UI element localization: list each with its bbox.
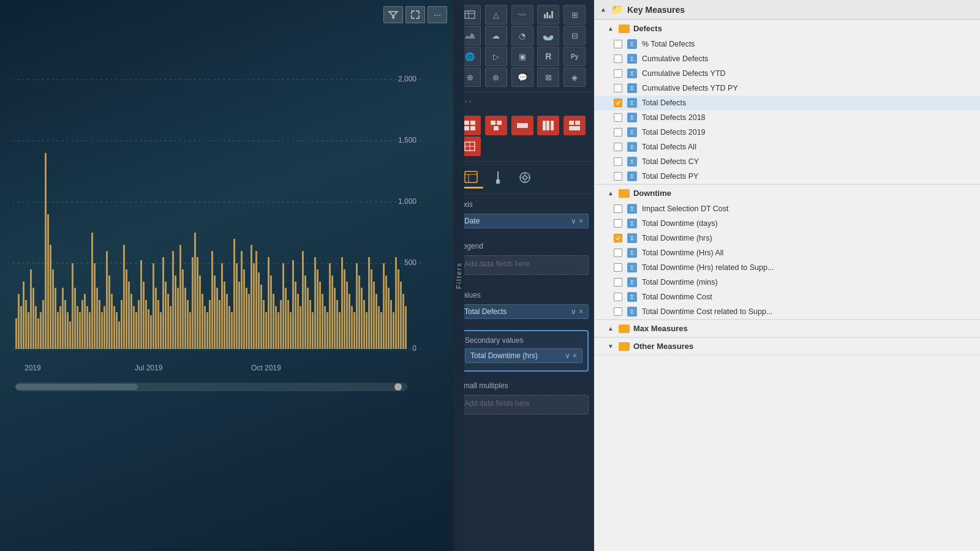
- colored-btn-3[interactable]: [511, 116, 533, 135]
- checkbox-total-downtime-hrs[interactable]: [614, 234, 622, 242]
- field-total-defects-all[interactable]: Σ Total Defects All: [594, 140, 980, 154]
- axis-remove-icon[interactable]: ×: [579, 217, 583, 225]
- checkbox-total-defects-2018[interactable]: [614, 113, 622, 122]
- field-total-downtime-hrs-supp[interactable]: Σ Total Downtime (Hrs) related to Supp..…: [594, 260, 980, 275]
- svg-rect-74: [172, 251, 174, 349]
- more-button[interactable]: ···: [428, 6, 447, 23]
- legend-section: Legend Add data fields here: [454, 236, 594, 285]
- field-pct-total-defects[interactable]: Σ % Total Defects: [594, 37, 980, 51]
- svg-rect-124: [295, 282, 296, 349]
- pie-chart-icon[interactable]: [537, 26, 559, 45]
- checkbox-total-downtime-days[interactable]: [614, 219, 622, 228]
- downtime-group-header[interactable]: ▲ Downtime: [594, 184, 980, 201]
- field-total-downtime-cost-supp[interactable]: Σ Total Downtime Cost related to Supp...: [594, 304, 980, 319]
- checkbox-total-downtime-cost[interactable]: [614, 293, 622, 301]
- field-total-defects-cy[interactable]: Σ Total Defects CY: [594, 154, 980, 169]
- type-icon-total-downtime-hrs: Σ: [627, 233, 637, 243]
- colored-btn-5[interactable]: [564, 116, 586, 135]
- header-folder-icon: 📁: [611, 4, 624, 15]
- field-cumulative-defects-ytd-py[interactable]: Σ Cumulative Defects YTD PY: [594, 81, 980, 96]
- format-tab[interactable]: [486, 167, 510, 189]
- max-measures-group-header[interactable]: ▲ Max Measures: [594, 320, 980, 337]
- svg-rect-148: [353, 312, 355, 349]
- small-multiples-section: Small multiples Add data fields here: [454, 375, 594, 424]
- secondary-remove-icon[interactable]: ×: [573, 351, 577, 360]
- header-collapse-icon[interactable]: ▲: [600, 6, 606, 13]
- checkbox-total-defects-cy[interactable]: [614, 157, 622, 166]
- colored-btn-4[interactable]: [537, 116, 559, 135]
- defects-group-header[interactable]: ▲ Defects: [594, 20, 980, 37]
- field-total-defects-py[interactable]: Σ Total Defects PY: [594, 169, 980, 184]
- field-total-defects[interactable]: Σ Total Defects: [594, 96, 980, 110]
- grid-chart-icon[interactable]: ⊟: [564, 26, 586, 45]
- field-total-downtime-days[interactable]: Σ Total Downtime (days): [594, 216, 980, 231]
- small-multiples-well[interactable]: Add data fields here: [459, 395, 589, 414]
- axis-expand-icon[interactable]: ∨: [571, 217, 576, 225]
- checkbox-total-downtime-hrs-all[interactable]: [614, 249, 622, 257]
- secondary-field-chip[interactable]: Total Downtime (hrs) ∨ ×: [465, 348, 582, 363]
- svg-text:2,000: 2,000: [398, 75, 417, 83]
- qr-icon[interactable]: ⊠: [537, 67, 559, 87]
- svg-rect-88: [206, 312, 208, 349]
- checkbox-total-defects[interactable]: [614, 99, 622, 107]
- svg-text:0: 0: [412, 344, 417, 353]
- field-total-downtime-hrs[interactable]: Σ Total Downtime (hrs): [594, 231, 980, 246]
- checkbox-total-downtime-cost-supp[interactable]: [614, 307, 622, 316]
- type-icon-total-downtime-hrs-supp: Σ: [627, 263, 637, 272]
- donut-chart-icon[interactable]: ◔: [511, 26, 533, 45]
- svg-rect-12: [20, 306, 22, 349]
- bar-chart-icon[interactable]: [537, 5, 559, 24]
- svg-rect-92: [216, 288, 218, 349]
- axis-field-chip[interactable]: Date ∨ ×: [459, 214, 589, 228]
- colored-btn-2[interactable]: [485, 116, 507, 135]
- field-total-defects-2018[interactable]: Σ Total Defects 2018: [594, 110, 980, 125]
- legend-well[interactable]: Add data fields here: [459, 255, 589, 275]
- secondary-expand-icon[interactable]: ∨: [565, 351, 570, 360]
- field-cumulative-defects-ytd[interactable]: Σ Cumulative Defects YTD: [594, 66, 980, 81]
- scatter-chart-icon[interactable]: ⊞: [564, 5, 586, 24]
- checkbox-total-defects-all[interactable]: [614, 143, 622, 151]
- custom-icon1[interactable]: ▣: [511, 47, 533, 66]
- filter-button[interactable]: [383, 6, 403, 23]
- values-remove-icon[interactable]: ×: [579, 307, 583, 316]
- cloud-icon[interactable]: ☁: [485, 26, 507, 45]
- other-measures-group-header[interactable]: ▼ Other Measures: [594, 337, 980, 354]
- svg-rect-168: [402, 294, 404, 349]
- checkbox-total-downtime-mins[interactable]: [614, 278, 622, 287]
- checkbox-pct-total-defects[interactable]: [614, 40, 622, 48]
- checkbox-impact-dt-cost[interactable]: [614, 204, 622, 213]
- checkbox-cumulative-defects[interactable]: [614, 54, 622, 63]
- analytics-tab[interactable]: [513, 167, 537, 189]
- r-icon[interactable]: R: [537, 47, 559, 66]
- field-total-downtime-hrs-all[interactable]: Σ Total Downtime (Hrs) All: [594, 246, 980, 260]
- checkbox-total-defects-py[interactable]: [614, 172, 622, 181]
- resize-button[interactable]: [405, 6, 425, 23]
- line-chart-icon[interactable]: 〰: [511, 5, 533, 24]
- type-icon-total-downtime-mins: Σ: [627, 277, 637, 287]
- svg-rect-38: [84, 294, 86, 349]
- checkbox-cumulative-defects-ytd-py[interactable]: [614, 84, 622, 92]
- arrow-icon[interactable]: ▷: [485, 47, 507, 66]
- field-total-defects-2019[interactable]: Σ Total Defects 2019: [594, 125, 980, 140]
- field-total-downtime-cost[interactable]: Σ Total Downtime Cost: [594, 290, 980, 304]
- svg-rect-142: [339, 312, 341, 349]
- field-impact-selection-dt-cost[interactable]: Σ Impact Selection DT Cost: [594, 201, 980, 216]
- svg-rect-58: [133, 306, 135, 349]
- values-field-chip[interactable]: Total Defects ∨ ×: [459, 304, 589, 319]
- checkbox-total-defects-2019[interactable]: [614, 128, 622, 137]
- svg-rect-139: [331, 276, 333, 349]
- matrix-icon[interactable]: ⊛: [485, 67, 507, 87]
- values-expand-icon[interactable]: ∨: [571, 307, 576, 316]
- checkbox-total-downtime-hrs-supp[interactable]: [614, 263, 622, 272]
- comment-icon[interactable]: 💬: [511, 67, 533, 87]
- python-icon[interactable]: Py: [564, 47, 586, 66]
- svg-rect-133: [317, 269, 318, 349]
- checkbox-cumulative-defects-ytd[interactable]: [614, 69, 622, 78]
- more-options-dots[interactable]: ···: [454, 92, 594, 111]
- svg-rect-30: [64, 300, 66, 349]
- field-total-downtime-mins[interactable]: Σ Total Downtime (mins): [594, 275, 980, 290]
- svg-rect-54: [123, 245, 125, 349]
- field-cumulative-defects[interactable]: Σ Cumulative Defects: [594, 51, 980, 66]
- triangle-chart-icon[interactable]: △: [485, 5, 507, 24]
- diamond-icon[interactable]: ◈: [564, 67, 586, 87]
